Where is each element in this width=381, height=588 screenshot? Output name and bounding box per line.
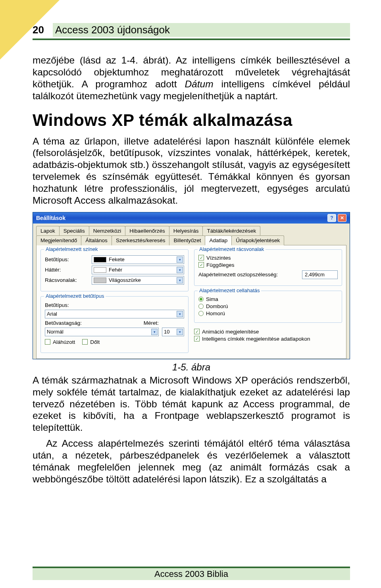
checkbox-icon: ✓ [198,255,204,260]
check-vertical-label: Függőleges [206,262,235,268]
combo-grid-color-value: Világosszürke [109,277,141,283]
group-cell-effect: Alapértelmezett cellahatás Sima Domború [194,291,342,323]
radio-raised[interactable]: Domború [198,303,338,309]
combo-weight-value: Normál [47,329,64,335]
checkbox-icon [82,339,88,345]
combo-bg-color[interactable]: Fehér ▾ [92,266,184,274]
combo-font-color[interactable]: Fekete ▾ [92,255,184,264]
label-weight: Betűvastagság: [45,320,140,326]
tab-row-1: Lapok Speciális Nemzetközi Hibaellenőrzé… [36,226,346,235]
combo-bg-color-value: Fehér [109,267,122,273]
dialog-title: Beállítások [36,215,65,221]
tab-altalanos[interactable]: Általános [81,235,112,245]
check-underline-label: Aláhúzott [53,339,75,345]
group-title-colors: Alapértelmezett színek [44,246,100,252]
italic-term: Dátum [185,79,213,89]
tab-tablak[interactable]: Táblák/lekérdezések [202,226,260,235]
tab-specialis[interactable]: Speciális [59,226,89,235]
check-smarttags-label: Intelligens címkék megjelenítése adatlap… [202,336,310,342]
check-italic-label: Dőlt [90,339,100,345]
tab-helyesiras[interactable]: Helyesírás [169,226,203,235]
footer-text: Access 2003 Biblia [33,568,350,580]
combo-grid-color[interactable]: Világosszürke ▾ [92,276,184,285]
label-font: Betűtípus: [45,302,69,308]
group-default-font: Alapértelmezett betűtípus Betűtípus: Ari… [40,296,189,353]
group-default-gridlines: Alapértelmezett rácsvonalak ✓ Vízszintes… [194,249,342,286]
radio-icon [198,304,204,309]
tab-row-2: Megjelenítendő Általános Szerkesztés/ker… [36,235,346,245]
dialog-titlebar: Beállítások ? ✕ [33,212,350,224]
radio-flat[interactable]: Sima [198,296,338,302]
radio-flat-label: Sima [206,296,218,302]
body-text-3: A témák származhatnak a Microsoft Window… [33,374,350,485]
checkbox-icon [45,339,50,345]
group-title-gridlines: Alapértelmezett rácsvonalak [198,246,266,252]
label-bg-color: Háttér: [45,267,89,273]
help-button[interactable]: ? [327,214,336,222]
chevron-down-icon: ▾ [177,256,183,263]
tab-billentyuzet[interactable]: Billentyűzet [169,235,205,245]
combo-font-value: Arial [47,311,57,317]
radio-icon [198,297,204,302]
checkbox-icon: ✓ [194,329,200,334]
radio-icon [198,311,204,316]
chevron-down-icon: ▾ [177,267,183,273]
dialog-panel: Alapértelmezett színek Betűtípus: Fekete… [36,245,346,359]
section-heading: Windows XP témák alkalmazása [33,111,350,130]
combo-size-value: 10 [164,329,169,335]
input-colwidth[interactable]: 2,499cm [302,270,338,279]
chapter-title: Access 2003 újdonságok [55,24,170,36]
tab-megjelenitendo[interactable]: Megjelenítendő [36,235,81,245]
check-horizontal-label: Vízszintes [206,255,231,261]
page-footer: Access 2003 Biblia [33,567,350,580]
page-number: 20 [33,24,44,36]
combo-size[interactable]: 10 ▾ [162,328,184,336]
figure-dialog: Beállítások ? ✕ Lapok Speciális Nemzetkö… [33,212,350,359]
checkbox-icon: ✓ [198,262,204,268]
check-horizontal[interactable]: ✓ Vízszintes [198,255,338,261]
close-button[interactable]: ✕ [338,214,346,222]
tab-lapok[interactable]: Lapok [36,226,60,235]
figure-caption: 1-5. ábra [33,362,350,373]
chevron-down-icon: ▾ [177,277,183,283]
body-text-2: A téma az űrlapon, illetve adatelérési l… [33,135,350,206]
check-smarttags[interactable]: ✓ Intelligens címkék megjelenítése adatl… [194,336,342,342]
tab-adatlap[interactable]: Adatlap [205,235,232,245]
combo-font[interactable]: Arial ▾ [45,310,184,318]
check-animation-label: Animáció megjelenítése [202,329,259,335]
group-default-colors: Alapértelmezett színek Betűtípus: Fekete… [40,249,189,291]
tab-urlapok[interactable]: Űrlapok/jelentések [231,235,284,245]
swatch-lightgrey [94,278,106,283]
paragraph-2: A téma az űrlapon, illetve adatelérési l… [33,135,350,206]
group-title-font: Alapértelmezett betűtípus [44,293,106,299]
chevron-down-icon: ▾ [151,329,158,335]
checkbox-icon: ✓ [194,336,200,341]
label-colwidth: Alapértelmezett oszlopszélesség: [198,272,299,278]
check-underline[interactable]: Aláhúzott [45,339,75,345]
paragraph-3: A témák származhatnak a Microsoft Window… [33,374,350,434]
tab-szerkesztes[interactable]: Szerkesztés/keresés [112,235,170,245]
chevron-down-icon: ▾ [177,329,183,335]
settings-dialog: Beállítások ? ✕ Lapok Speciális Nemzetkö… [33,212,350,359]
input-colwidth-value: 2,499cm [305,272,325,278]
misc-checks: ✓ Animáció megjelenítése ✓ Intelligens c… [194,328,342,343]
paragraph-4: Az Access alapértelmezés szerinti témájá… [33,438,350,485]
label-size: Méret: [144,320,159,326]
radio-sunken[interactable]: Homorú [198,310,338,316]
radio-raised-label: Domború [206,303,228,309]
combo-font-color-value: Fekete [109,256,125,262]
group-title-cellfx: Alapértelmezett cellahatás [198,287,261,293]
combo-weight[interactable]: Normál ▾ [45,328,159,336]
label-font-color: Betűtípus: [45,256,89,262]
swatch-black [94,257,106,262]
radio-sunken-label: Homorú [206,310,225,316]
swatch-white [94,267,106,273]
body-text: mezőjébe (lásd az 1-4. ábrát). Az intell… [33,54,350,102]
check-italic[interactable]: Dőlt [82,339,100,345]
tab-nemzetkozi[interactable]: Nemzetközi [89,226,126,235]
chevron-down-icon: ▾ [177,311,183,317]
check-vertical[interactable]: ✓ Függőleges [198,262,338,268]
tab-hibaellenorzes[interactable]: Hibaellenőrzés [125,226,169,235]
page-header: 20 Access 2003 újdonságok [33,23,350,40]
check-animation[interactable]: ✓ Animáció megjelenítése [194,329,342,335]
